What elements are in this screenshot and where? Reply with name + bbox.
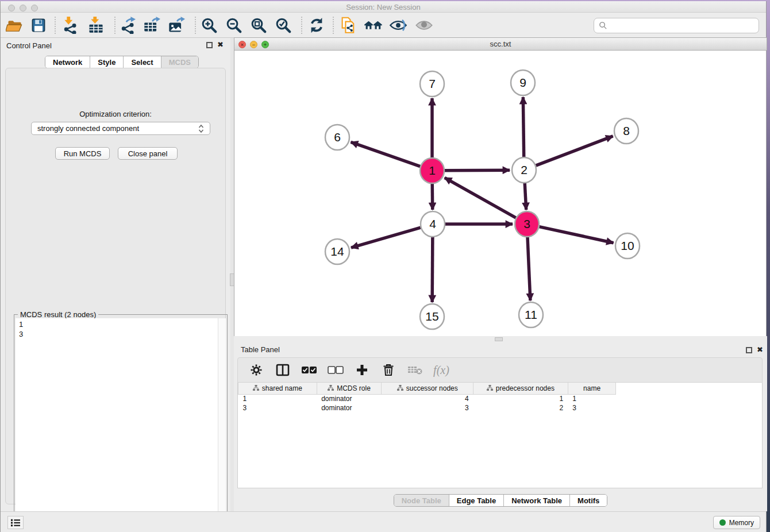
- node-1[interactable]: 1: [420, 158, 444, 183]
- column-header-MCDS-role[interactable]: MCDS role: [317, 383, 382, 394]
- node-4[interactable]: 4: [421, 211, 445, 237]
- zoom-in-icon[interactable]: [199, 16, 220, 35]
- node-14[interactable]: 14: [325, 239, 349, 264]
- deselect-all-icon[interactable]: [328, 363, 344, 377]
- close-panel-button[interactable]: Close panel: [118, 147, 178, 160]
- cell-successor-nodes[interactable]: 4: [382, 394, 473, 403]
- memory-status-icon: [719, 519, 726, 526]
- dropdown-arrows-icon: [198, 124, 204, 133]
- hide-selected-icon[interactable]: [388, 16, 409, 35]
- cell-predecessor-nodes[interactable]: 2: [473, 403, 568, 413]
- network-window-titlebar[interactable]: × − + scc.txt: [234, 37, 767, 51]
- export-table-icon[interactable]: [141, 16, 162, 35]
- network-graph: 7968124314101511: [234, 51, 767, 336]
- tab-style[interactable]: Style: [90, 56, 124, 68]
- import-network-icon[interactable]: [59, 16, 80, 35]
- cell-shared-name[interactable]: 1: [238, 394, 317, 403]
- cell-MCDS-role[interactable]: dominator: [317, 403, 382, 413]
- memory-button[interactable]: Memory: [713, 516, 760, 529]
- zoom-selected-icon[interactable]: [273, 16, 294, 35]
- node-11[interactable]: 11: [519, 302, 543, 327]
- table-tab-network-table[interactable]: Network Table: [504, 495, 570, 506]
- column-label: successor nodes: [406, 384, 458, 392]
- column-view-icon[interactable]: [275, 363, 291, 377]
- clone-network-icon[interactable]: [338, 16, 359, 35]
- table-float-icon[interactable]: [746, 347, 752, 353]
- edge-2-9[interactable]: [523, 97, 523, 157]
- node-15[interactable]: 15: [420, 304, 444, 329]
- cell-successor-nodes[interactable]: 3: [382, 403, 473, 413]
- table-tab-motifs[interactable]: Motifs: [570, 495, 607, 506]
- task-history-button[interactable]: [7, 516, 24, 529]
- table-tab-edge-table[interactable]: Edge Table: [449, 495, 504, 506]
- edge-1-2[interactable]: [445, 170, 510, 171]
- search-input[interactable]: [610, 21, 759, 30]
- edge-2-3[interactable]: [525, 183, 526, 210]
- edge-3-11[interactable]: [528, 237, 530, 300]
- network-canvas[interactable]: 7968124314101511: [234, 51, 767, 336]
- search-box[interactable]: [594, 18, 759, 33]
- edge-4-14[interactable]: [351, 228, 421, 248]
- cell-MCDS-role[interactable]: dominator: [317, 394, 382, 403]
- main-titlebar: Session: New Session: [1, 1, 766, 13]
- mcds-result-text[interactable]: 13: [16, 318, 218, 528]
- column-header-predecessor-nodes[interactable]: predecessor nodes: [473, 383, 568, 394]
- tab-mcds[interactable]: MCDS: [161, 56, 198, 68]
- node-label-3: 3: [523, 217, 530, 230]
- export-image-icon[interactable]: [166, 16, 187, 35]
- table-row[interactable]: 3dominator323: [238, 403, 763, 413]
- control-panel-title: Control Panel: [6, 41, 52, 50]
- node-3[interactable]: 3: [515, 211, 539, 237]
- select-all-icon[interactable]: [301, 363, 317, 377]
- node-9[interactable]: 9: [511, 70, 535, 95]
- run-mcds-button[interactable]: Run MCDS: [55, 147, 110, 160]
- result-scrollbar[interactable]: [218, 318, 226, 528]
- add-column-icon[interactable]: [354, 363, 370, 377]
- show-all-icon[interactable]: [414, 16, 434, 35]
- node-6[interactable]: 6: [325, 125, 349, 150]
- edge-4-15[interactable]: [432, 237, 433, 302]
- settings-gear-icon[interactable]: [248, 363, 264, 377]
- export-network-icon[interactable]: [117, 16, 137, 35]
- edge-3-1[interactable]: [445, 178, 516, 218]
- mcds-result-line: 3: [19, 329, 214, 339]
- float-panel-icon[interactable]: [206, 42, 213, 48]
- close-panel-icon[interactable]: ✖: [217, 40, 224, 49]
- node-label-1: 1: [429, 164, 436, 177]
- table-close-icon[interactable]: ✖: [757, 345, 763, 354]
- delete-column-icon[interactable]: [380, 363, 396, 377]
- refresh-icon[interactable]: [306, 16, 327, 35]
- import-table-icon[interactable]: [86, 16, 106, 35]
- zoom-out-icon[interactable]: [224, 16, 244, 35]
- edge-1-6[interactable]: [351, 142, 421, 166]
- column-header-successor-nodes[interactable]: successor nodes: [382, 383, 473, 394]
- tab-select[interactable]: Select: [124, 56, 161, 68]
- first-neighbors-icon[interactable]: [363, 16, 384, 35]
- mcds-result-line: 1: [19, 319, 214, 329]
- column-header-name[interactable]: name: [568, 383, 616, 394]
- tab-network[interactable]: Network: [45, 56, 90, 68]
- edge-2-8[interactable]: [536, 136, 613, 165]
- cell-predecessor-nodes[interactable]: 1: [473, 394, 568, 403]
- open-session-icon[interactable]: [4, 16, 25, 35]
- node-8[interactable]: 8: [614, 118, 638, 144]
- node-7[interactable]: 7: [420, 71, 444, 97]
- fx-label: f(x): [433, 364, 449, 377]
- node-2[interactable]: 2: [512, 157, 536, 183]
- zoom-fit-icon[interactable]: [248, 16, 269, 35]
- control-panel-tabs: NetworkStyleSelectMCDS: [45, 56, 199, 68]
- cell-name[interactable]: 1: [568, 394, 616, 403]
- horizontal-splitter-grip[interactable]: [495, 337, 503, 341]
- cell-shared-name[interactable]: 3: [238, 403, 317, 413]
- table-row[interactable]: 1dominator411: [238, 394, 763, 403]
- optimization-criterion-select[interactable]: strongly connected component: [31, 122, 210, 135]
- cell-name[interactable]: 3: [568, 403, 616, 413]
- node-label-6: 6: [334, 130, 341, 144]
- save-session-icon[interactable]: [28, 16, 49, 35]
- table-tab-node-table[interactable]: Node Table: [394, 495, 449, 506]
- node-label-4: 4: [429, 217, 436, 230]
- node-10[interactable]: 10: [615, 233, 640, 259]
- column-header-shared-name[interactable]: shared name: [238, 383, 317, 394]
- column-label: MCDS role: [337, 384, 371, 392]
- edge-3-10[interactable]: [539, 227, 613, 243]
